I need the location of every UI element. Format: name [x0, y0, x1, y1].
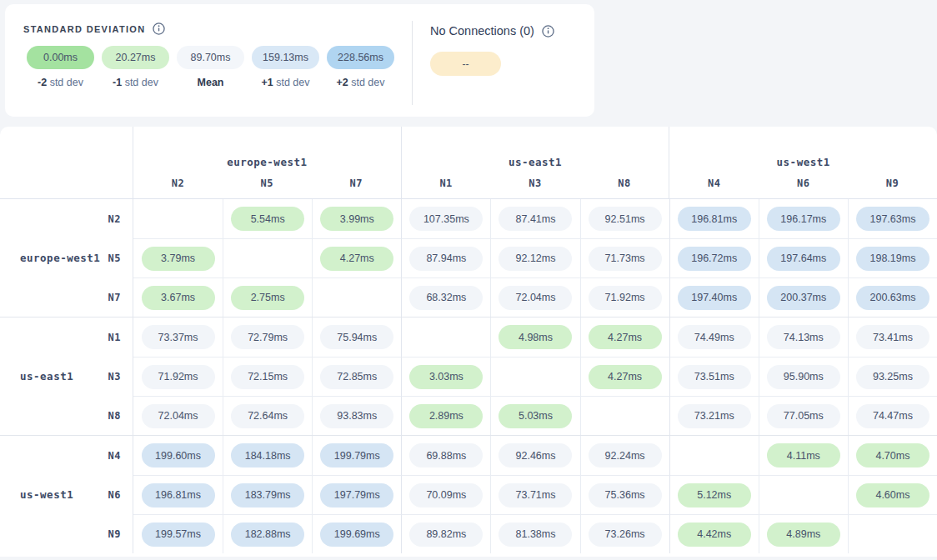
- latency-cell: [312, 278, 401, 317]
- latency-pill[interactable]: 72.15ms: [231, 365, 304, 389]
- latency-pill[interactable]: 92.51ms: [589, 207, 662, 231]
- row-node-label[interactable]: N2: [108, 213, 121, 225]
- latency-pill[interactable]: 73.71ms: [499, 483, 572, 508]
- latency-pill[interactable]: 93.83ms: [320, 404, 393, 428]
- row-region-label: us-east1: [20, 370, 73, 382]
- std-dev-info-icon[interactable]: [153, 22, 165, 35]
- latency-pill[interactable]: 5.54ms: [231, 207, 304, 231]
- latency-pill[interactable]: 5.03ms: [499, 404, 572, 428]
- latency-pill[interactable]: 184.18ms: [231, 443, 304, 468]
- latency-cell: 2.75ms: [223, 278, 312, 317]
- latency-pill[interactable]: 77.05ms: [767, 404, 840, 428]
- latency-pill[interactable]: 69.88ms: [409, 443, 483, 468]
- latency-pill[interactable]: 72.85ms: [320, 365, 393, 389]
- column-node-label[interactable]: N2: [133, 176, 223, 198]
- latency-pill[interactable]: 198.19ms: [856, 247, 929, 271]
- latency-pill[interactable]: 68.32ms: [409, 286, 483, 310]
- row-node-label[interactable]: N5: [108, 252, 121, 264]
- latency-pill[interactable]: 183.79ms: [231, 483, 304, 508]
- latency-pill[interactable]: 196.72ms: [678, 247, 751, 271]
- column-node-label[interactable]: N3: [491, 176, 580, 198]
- latency-pill[interactable]: 199.60ms: [142, 443, 215, 468]
- latency-pill[interactable]: 182.88ms: [231, 522, 304, 547]
- latency-pill[interactable]: 87.41ms: [499, 207, 572, 231]
- latency-pill[interactable]: 4.70ms: [856, 443, 929, 468]
- latency-pill[interactable]: 196.17ms: [767, 207, 840, 231]
- latency-pill[interactable]: 3.79ms: [142, 247, 215, 271]
- latency-pill[interactable]: 4.27ms: [589, 325, 662, 349]
- latency-pill[interactable]: 92.24ms: [589, 443, 662, 468]
- row-node-label[interactable]: N9: [108, 528, 121, 540]
- row-node-label[interactable]: N3: [108, 371, 121, 382]
- latency-pill[interactable]: 197.64ms: [767, 247, 840, 271]
- latency-pill[interactable]: 71.92ms: [589, 286, 662, 310]
- latency-cell: 70.09ms: [401, 475, 490, 514]
- latency-pill[interactable]: 3.67ms: [142, 286, 215, 310]
- column-node-label[interactable]: N9: [848, 176, 937, 198]
- latency-pill[interactable]: 3.99ms: [320, 207, 393, 231]
- latency-pill[interactable]: 73.51ms: [678, 365, 751, 389]
- column-node-label[interactable]: N8: [579, 176, 669, 198]
- latency-pill[interactable]: 200.63ms: [856, 286, 929, 310]
- latency-pill[interactable]: 95.90ms: [767, 365, 840, 389]
- latency-pill[interactable]: 4.27ms: [589, 365, 662, 389]
- latency-pill[interactable]: 73.26ms: [589, 522, 662, 547]
- latency-pill[interactable]: 5.12ms: [678, 483, 751, 508]
- row-node-label[interactable]: N7: [108, 292, 121, 303]
- latency-pill[interactable]: 71.73ms: [589, 247, 662, 271]
- latency-pill[interactable]: 107.35ms: [409, 207, 483, 231]
- latency-pill[interactable]: 4.89ms: [767, 522, 840, 547]
- latency-pill[interactable]: 2.89ms: [409, 404, 483, 428]
- latency-pill[interactable]: 196.81ms: [678, 207, 751, 231]
- latency-pill[interactable]: 73.37ms: [142, 325, 215, 349]
- row-node-label[interactable]: N4: [108, 450, 121, 462]
- column-node-label[interactable]: N5: [223, 176, 312, 198]
- column-node-label[interactable]: N1: [402, 176, 491, 198]
- latency-pill[interactable]: 93.25ms: [856, 365, 929, 389]
- latency-pill[interactable]: 72.04ms: [499, 286, 572, 310]
- column-node-label[interactable]: N6: [759, 176, 848, 198]
- latency-pill[interactable]: 4.60ms: [856, 483, 929, 508]
- column-node-label[interactable]: N4: [669, 176, 759, 198]
- latency-pill[interactable]: 199.79ms: [320, 443, 393, 468]
- latency-pill[interactable]: 200.37ms: [767, 286, 840, 310]
- latency-pill[interactable]: 197.63ms: [856, 207, 929, 231]
- latency-pill[interactable]: 89.82ms: [409, 522, 483, 547]
- latency-pill[interactable]: 72.79ms: [231, 325, 304, 349]
- latency-pill[interactable]: 196.81ms: [142, 483, 215, 508]
- latency-pill[interactable]: 92.12ms: [499, 247, 572, 271]
- latency-pill[interactable]: 72.64ms: [231, 404, 304, 428]
- latency-cell: [848, 514, 937, 553]
- latency-pill[interactable]: 4.98ms: [499, 325, 572, 349]
- latency-pill[interactable]: 73.41ms: [856, 325, 929, 349]
- latency-pill[interactable]: 75.36ms: [589, 483, 662, 508]
- row-node-label[interactable]: N8: [108, 410, 121, 422]
- latency-pill[interactable]: 74.47ms: [856, 404, 929, 428]
- latency-pill[interactable]: 2.75ms: [231, 286, 304, 310]
- latency-pill[interactable]: 3.03ms: [409, 365, 483, 389]
- latency-pill[interactable]: 71.92ms: [142, 365, 215, 389]
- latency-pill[interactable]: 72.04ms: [142, 404, 215, 428]
- legend-pill-label: +2 std dev: [327, 77, 394, 88]
- latency-pill[interactable]: 197.79ms: [320, 483, 393, 508]
- latency-cell: 87.94ms: [401, 238, 490, 278]
- latency-pill[interactable]: 87.94ms: [409, 247, 483, 271]
- latency-pill[interactable]: 70.09ms: [409, 483, 483, 508]
- latency-pill[interactable]: 74.13ms: [767, 325, 840, 349]
- latency-pill[interactable]: 81.38ms: [499, 522, 572, 547]
- latency-pill[interactable]: 199.57ms: [142, 522, 215, 547]
- latency-pill[interactable]: 92.46ms: [499, 443, 572, 468]
- no-connections-info-icon[interactable]: [542, 25, 554, 38]
- row-node-label[interactable]: N6: [108, 489, 121, 501]
- latency-pill[interactable]: 73.21ms: [678, 404, 751, 428]
- latency-pill[interactable]: 4.11ms: [767, 443, 840, 468]
- latency-pill[interactable]: 199.69ms: [320, 522, 393, 547]
- latency-pill[interactable]: 74.49ms: [678, 325, 751, 349]
- latency-pill[interactable]: 4.27ms: [320, 247, 393, 271]
- row-node-label[interactable]: N1: [108, 332, 121, 343]
- latency-pill[interactable]: 197.40ms: [678, 286, 751, 310]
- column-node-label[interactable]: N7: [312, 176, 401, 198]
- latency-pill[interactable]: 4.42ms: [678, 522, 751, 547]
- latency-pill[interactable]: 75.94ms: [320, 325, 393, 349]
- table-row: us-east1N371.92ms72.15ms72.85ms3.03ms4.2…: [0, 357, 937, 396]
